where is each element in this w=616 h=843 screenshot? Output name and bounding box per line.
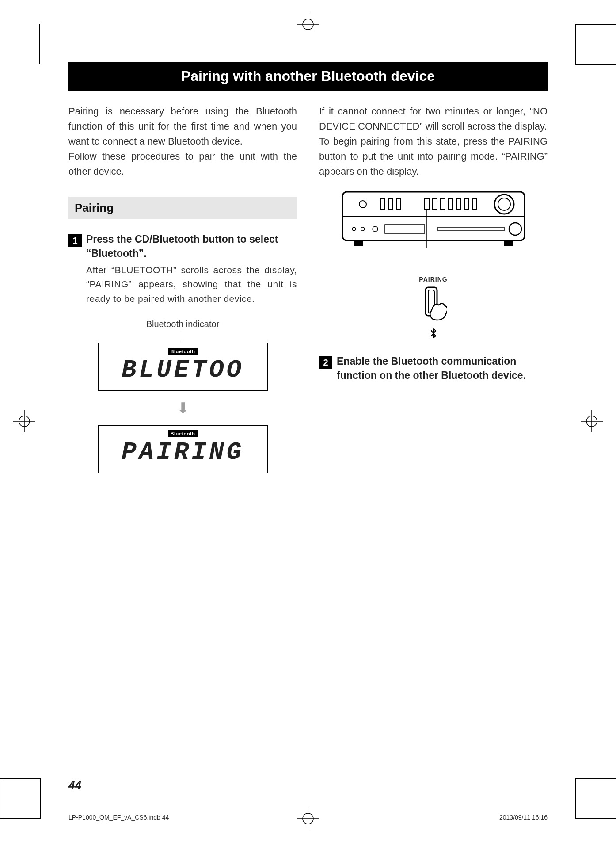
page-title-banner: Pairing with another Bluetooth device (68, 62, 548, 91)
footer-filename: LP-P1000_OM_EF_vA_CS6.indb 44 (68, 814, 169, 821)
lcd-text-2: PAIRING (99, 440, 267, 465)
svg-rect-16 (388, 199, 393, 210)
figure-caption: Bluetooth indicator (68, 319, 297, 329)
pointer-line-1 (183, 331, 183, 343)
svg-point-25 (494, 195, 514, 214)
svg-rect-33 (354, 240, 363, 246)
svg-rect-21 (449, 199, 453, 210)
svg-rect-30 (385, 225, 425, 233)
crop-mark-bottom-left (0, 778, 41, 819)
svg-rect-19 (433, 199, 437, 210)
svg-rect-22 (456, 199, 461, 210)
bluetooth-icon (319, 328, 548, 341)
bluetooth-badge-2: Bluetooth (168, 430, 198, 437)
step-number-2: 2 (319, 356, 332, 369)
pairing-button-label: PAIRING (319, 276, 548, 283)
svg-rect-24 (472, 199, 477, 210)
step-2-title: Enable the Bluetooth communication funct… (337, 355, 548, 382)
step-1-title: Press the CD/Bluetooth button to select … (86, 233, 297, 260)
registration-mark-right (581, 410, 603, 432)
stereo-unit-icon (341, 190, 526, 248)
step-1: 1 Press the CD/Bluetooth button to selec… (68, 233, 297, 260)
svg-rect-18 (425, 199, 429, 210)
svg-rect-31 (438, 227, 504, 231)
pairing-button-illustration (420, 286, 447, 327)
right-column: If it cannot connect for two minutes or … (319, 104, 548, 473)
down-arrow-icon: ⬇ (68, 399, 297, 417)
lcd-display-1: Bluetooth BLUETOO (98, 343, 268, 391)
button-press-icon (420, 286, 447, 325)
svg-point-32 (509, 223, 521, 235)
footer-timestamp: 2013/09/11 16:16 (499, 814, 548, 821)
crop-mark-top-left (0, 24, 40, 64)
svg-rect-34 (504, 240, 513, 246)
svg-point-26 (498, 198, 510, 210)
crop-mark-top-right (575, 24, 616, 65)
print-footer: LP-P1000_OM_EF_vA_CS6.indb 44 2013/09/11… (68, 814, 548, 821)
lcd-text-1: BLUETOO (99, 358, 267, 382)
left-column: Pairing is necessary before using the Bl… (68, 104, 297, 473)
registration-mark-top (297, 13, 319, 35)
step-2: 2 Enable the Bluetooth communication fun… (319, 355, 548, 382)
svg-point-27 (352, 227, 356, 231)
intro-text-right: If it cannot connect for two minutes or … (319, 104, 548, 179)
svg-rect-20 (441, 199, 445, 210)
section-heading-pairing: Pairing (68, 197, 297, 219)
page-number: 44 (68, 778, 81, 792)
lcd-display-2: Bluetooth PAIRING (98, 425, 268, 473)
bluetooth-badge-1: Bluetooth (168, 348, 198, 355)
manual-page: Pairing with another Bluetooth device Pa… (0, 0, 616, 843)
crop-mark-bottom-right (575, 778, 616, 819)
svg-point-29 (373, 226, 378, 232)
svg-rect-23 (464, 199, 469, 210)
registration-mark-left (13, 410, 35, 432)
intro-text-left: Pairing is necessary before using the Bl… (68, 104, 297, 179)
svg-point-28 (361, 227, 365, 231)
svg-rect-17 (396, 199, 401, 210)
step-number-1: 1 (68, 234, 82, 247)
step-1-body: After “BLUETOOTH” scrolls across the dis… (86, 263, 297, 306)
svg-rect-15 (380, 199, 385, 210)
content-area: Pairing with another Bluetooth device Pa… (68, 62, 548, 763)
svg-point-14 (359, 201, 366, 208)
device-illustration (341, 190, 526, 249)
